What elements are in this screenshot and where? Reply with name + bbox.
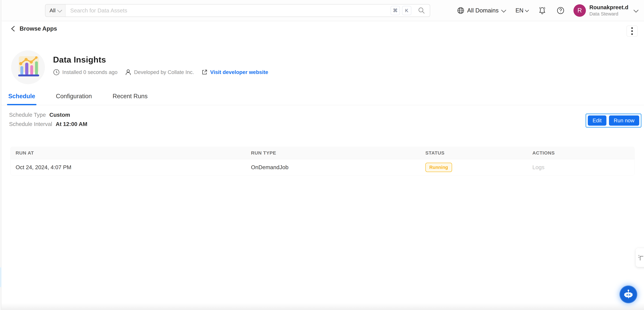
user-name: Rounakpreet.d xyxy=(590,4,628,11)
status-badge: Running xyxy=(425,163,452,172)
chevron-left-icon xyxy=(10,25,16,32)
run-at-cell: Oct 24, 2024, 4:07 PM xyxy=(16,164,251,171)
schedule-type-value: Custom xyxy=(49,112,70,118)
topbar-right-cluster: All Domains EN xyxy=(457,4,637,17)
sidebar-active-indicator xyxy=(0,267,2,287)
search-scope-dropdown[interactable]: All xyxy=(46,5,66,17)
language-dropdown[interactable]: EN xyxy=(516,7,528,14)
notifications-bell-icon[interactable] xyxy=(538,6,546,15)
globe-icon xyxy=(457,7,464,14)
back-label: Browse Apps xyxy=(20,25,57,32)
k-key-badge: K xyxy=(402,6,411,15)
table-header-row: RUN AT RUN TYPE STATUS ACTIONS xyxy=(10,147,634,159)
app-logo xyxy=(11,50,45,84)
chevron-down-icon xyxy=(634,8,638,13)
collapsed-side-widget[interactable] xyxy=(636,248,644,267)
chevron-down-icon xyxy=(57,8,62,13)
search-scope-label: All xyxy=(50,7,56,14)
clock-icon xyxy=(53,69,60,76)
robot-icon xyxy=(623,289,634,300)
tab-configuration[interactable]: Configuration xyxy=(56,90,92,105)
actions-cell: Logs xyxy=(532,164,634,171)
developer-info: Developed by Collate Inc. xyxy=(125,69,194,76)
avatar: R xyxy=(574,4,586,17)
help-icon[interactable] xyxy=(556,7,564,15)
column-run-at: RUN AT xyxy=(16,150,251,156)
chatbot-button[interactable] xyxy=(620,285,637,303)
schedule-summary: Schedule Type Custom Schedule Interval A… xyxy=(9,112,87,130)
installed-info: Installed 0 seconds ago xyxy=(53,69,118,76)
page-title: Data Insights xyxy=(53,55,106,64)
schedule-actions-group: Edit Run now xyxy=(586,113,642,127)
logs-link[interactable]: Logs xyxy=(532,164,544,170)
chevron-down-icon xyxy=(501,8,506,13)
domains-dropdown[interactable]: All Domains xyxy=(457,7,505,14)
app-tabs: Schedule Configuration Recent Runs xyxy=(0,90,644,105)
run-type-cell: OnDemandJob xyxy=(251,164,425,171)
run-now-button[interactable]: Run now xyxy=(609,115,639,126)
chevron-down-icon xyxy=(525,8,529,12)
global-topbar: All ⌘ K xyxy=(2,0,644,21)
developer-website-label: Visit developer website xyxy=(210,69,268,75)
schedule-interval-value: At 12:00 AM xyxy=(56,121,87,127)
collapsed-sidebar[interactable] xyxy=(0,0,2,310)
column-actions: ACTIONS xyxy=(532,150,634,156)
column-run-type: RUN TYPE xyxy=(251,150,425,156)
bottom-edge-shadow xyxy=(0,303,644,310)
user-menu[interactable]: R Rounakpreet.d Data Steward xyxy=(574,4,637,17)
schedule-type-label: Schedule Type xyxy=(9,112,46,118)
global-search: All ⌘ K xyxy=(45,4,430,17)
search-input[interactable] xyxy=(66,7,391,14)
status-cell: Running xyxy=(425,163,532,172)
tab-recent-runs[interactable]: Recent Runs xyxy=(112,90,148,105)
back-to-browse-apps-link[interactable]: Browse Apps xyxy=(10,25,57,32)
search-icon[interactable] xyxy=(418,7,425,14)
developer-website-link[interactable]: Visit developer website xyxy=(201,69,268,75)
domains-label: All Domains xyxy=(467,7,498,14)
tab-schedule[interactable]: Schedule xyxy=(8,90,35,105)
column-status: STATUS xyxy=(425,150,532,156)
app-meta-row: Installed 0 seconds ago Developed by Col… xyxy=(53,69,268,76)
developer-text: Developed by Collate Inc. xyxy=(134,69,194,75)
cmd-key-badge: ⌘ xyxy=(391,6,400,15)
language-label: EN xyxy=(516,7,524,14)
user-role: Data Steward xyxy=(590,11,628,17)
table-row: Oct 24, 2024, 4:07 PM OnDemandJob Runnin… xyxy=(10,159,634,175)
schedule-interval-label: Schedule Interval xyxy=(9,121,52,127)
recent-runs-table: RUN AT RUN TYPE STATUS ACTIONS Oct 24, 2… xyxy=(10,147,634,176)
data-insights-app-page: All ⌘ K xyxy=(0,0,644,310)
app-options-kebab-button[interactable] xyxy=(626,26,638,37)
installed-text: Installed 0 seconds ago xyxy=(62,69,118,75)
edit-button[interactable]: Edit xyxy=(588,115,606,126)
external-link-icon xyxy=(201,69,208,75)
person-icon xyxy=(125,69,132,76)
